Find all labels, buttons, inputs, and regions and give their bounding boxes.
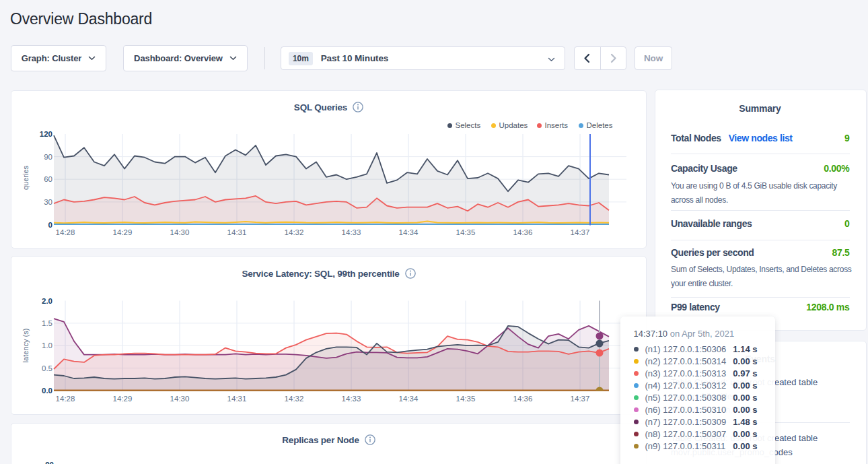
svg-text:0.5: 0.5 bbox=[42, 364, 52, 372]
svg-text:14:29: 14:29 bbox=[113, 395, 133, 403]
svg-text:1.5: 1.5 bbox=[42, 319, 52, 327]
svg-text:14:31: 14:31 bbox=[227, 228, 247, 236]
svg-text:1.0: 1.0 bbox=[42, 341, 52, 350]
svg-text:2.0: 2.0 bbox=[42, 297, 52, 305]
svg-text:14:35: 14:35 bbox=[456, 395, 476, 403]
svg-text:0.0: 0.0 bbox=[42, 387, 52, 395]
svg-text:14:33: 14:33 bbox=[342, 228, 361, 236]
svg-text:0: 0 bbox=[48, 221, 52, 229]
svg-text:14:36: 14:36 bbox=[513, 395, 533, 403]
svg-text:14:28: 14:28 bbox=[56, 395, 75, 403]
svg-text:60: 60 bbox=[44, 175, 52, 183]
svg-text:14:35: 14:35 bbox=[456, 228, 476, 236]
svg-text:14:32: 14:32 bbox=[285, 228, 304, 236]
svg-text:14:37: 14:37 bbox=[571, 395, 590, 403]
svg-text:14:36: 14:36 bbox=[513, 228, 533, 236]
svg-text:14:30: 14:30 bbox=[170, 228, 190, 236]
svg-text:30: 30 bbox=[44, 198, 52, 206]
svg-text:120: 120 bbox=[40, 130, 52, 138]
svg-text:14:34: 14:34 bbox=[399, 395, 419, 403]
svg-text:14:28: 14:28 bbox=[56, 228, 75, 236]
svg-text:14:32: 14:32 bbox=[285, 395, 304, 403]
svg-text:14:31: 14:31 bbox=[227, 395, 247, 403]
svg-text:14:29: 14:29 bbox=[113, 228, 133, 236]
svg-text:14:30: 14:30 bbox=[170, 395, 190, 403]
svg-text:14:34: 14:34 bbox=[399, 228, 419, 236]
svg-text:14:33: 14:33 bbox=[342, 395, 361, 403]
svg-text:90: 90 bbox=[44, 153, 52, 161]
svg-text:14:37: 14:37 bbox=[571, 228, 590, 236]
